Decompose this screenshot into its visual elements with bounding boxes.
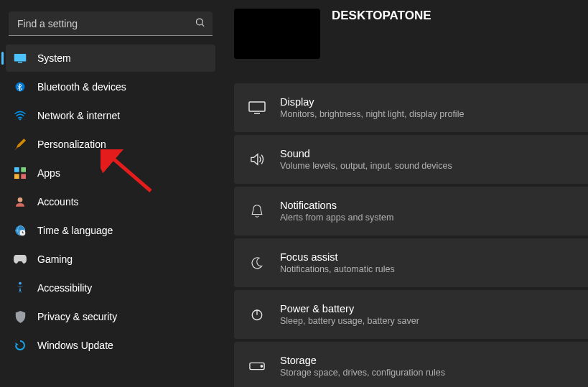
wifi-icon <box>13 108 27 123</box>
bell-icon <box>248 202 266 220</box>
svg-point-5 <box>19 118 21 120</box>
sidebar-item-bluetooth-devices[interactable]: Bluetooth & devices <box>6 73 215 101</box>
svg-rect-3 <box>18 62 22 63</box>
card-title: Storage <box>280 355 445 366</box>
main-content: DESKTOPATONE Display Monitors, brightnes… <box>221 0 588 387</box>
card-power-battery[interactable]: Power & battery Sleep, battery usage, ba… <box>234 290 588 339</box>
card-display[interactable]: Display Monitors, brightness, night ligh… <box>234 83 588 132</box>
card-title: Display <box>280 96 464 108</box>
svg-point-10 <box>18 197 23 202</box>
sidebar-item-gaming[interactable]: Gaming <box>6 246 215 273</box>
card-title: Focus assist <box>280 251 395 263</box>
sidebar-item-label: Apps <box>37 167 60 179</box>
sound-icon <box>248 151 266 168</box>
update-icon <box>13 338 27 353</box>
card-subtitle: Notifications, automatic rules <box>280 264 395 274</box>
power-icon <box>248 306 266 323</box>
sidebar-item-apps[interactable]: Apps <box>6 159 215 187</box>
person-icon <box>13 195 27 209</box>
apps-icon <box>13 166 27 180</box>
card-subtitle: Monitors, brightness, night light, displ… <box>280 109 464 119</box>
card-sound[interactable]: Sound Volume levels, output, input, soun… <box>234 135 588 184</box>
sidebar-item-label: Network & internet <box>37 110 120 121</box>
pc-name: DESKTOPATONE <box>332 9 431 23</box>
sidebar-item-label: Windows Update <box>37 340 113 351</box>
paintbrush-icon <box>13 137 27 151</box>
sidebar-nav: System Bluetooth & devices Network & int… <box>6 45 215 359</box>
sidebar-item-time-language[interactable]: Time & language <box>6 217 215 244</box>
search-input[interactable] <box>9 11 213 36</box>
pc-thumbnail <box>234 9 320 59</box>
sidebar-item-windows-update[interactable]: Windows Update <box>6 332 215 359</box>
header: DESKTOPATONE <box>234 9 588 63</box>
moon-icon <box>248 254 266 271</box>
card-notifications[interactable]: Notifications Alerts from apps and syste… <box>234 187 588 236</box>
globe-clock-icon <box>13 223 27 238</box>
svg-rect-2 <box>14 54 27 62</box>
bluetooth-icon <box>13 80 27 94</box>
sidebar-item-label: System <box>37 52 71 64</box>
svg-point-19 <box>261 365 262 367</box>
svg-point-13 <box>19 282 22 285</box>
storage-icon <box>248 358 266 375</box>
sidebar-item-label: Gaming <box>37 253 73 265</box>
card-title: Notifications <box>280 200 393 211</box>
accessibility-icon <box>13 281 27 295</box>
settings-cards: Display Monitors, brightness, night ligh… <box>234 83 588 387</box>
svg-rect-6 <box>14 167 19 172</box>
system-icon <box>13 51 27 65</box>
search-field-container <box>9 11 213 36</box>
gamepad-icon <box>13 252 27 266</box>
sidebar-item-network-internet[interactable]: Network & internet <box>6 102 215 129</box>
card-subtitle: Storage space, drives, configuration rul… <box>280 368 445 378</box>
svg-rect-9 <box>21 174 26 179</box>
shield-icon <box>13 309 27 324</box>
sidebar-item-privacy-security[interactable]: Privacy & security <box>6 303 215 330</box>
card-title: Power & battery <box>280 303 419 314</box>
card-focus-assist[interactable]: Focus assist Notifications, automatic ru… <box>234 238 588 287</box>
sidebar-item-label: Bluetooth & devices <box>37 81 126 93</box>
sidebar-item-accessibility[interactable]: Accessibility <box>6 274 215 302</box>
svg-rect-8 <box>14 174 19 179</box>
sidebar-item-label: Personalization <box>37 139 106 150</box>
svg-rect-7 <box>21 167 26 172</box>
card-subtitle: Sleep, battery usage, battery saver <box>280 316 419 326</box>
sidebar-item-label: Time & language <box>37 225 113 236</box>
card-title: Sound <box>280 148 452 159</box>
sidebar: System Bluetooth & devices Network & int… <box>0 0 221 387</box>
sidebar-item-personalization[interactable]: Personalization <box>6 131 215 158</box>
card-subtitle: Alerts from apps and system <box>280 213 393 223</box>
sidebar-item-label: Accessibility <box>37 282 92 294</box>
card-subtitle: Volume levels, output, input, sound devi… <box>280 161 452 171</box>
sidebar-item-system[interactable]: System <box>6 45 215 72</box>
display-icon <box>248 99 266 116</box>
svg-rect-14 <box>249 102 265 111</box>
sidebar-item-label: Accounts <box>37 196 79 208</box>
card-storage[interactable]: Storage Storage space, drives, configura… <box>234 342 588 387</box>
sidebar-item-label: Privacy & security <box>37 311 117 322</box>
sidebar-item-accounts[interactable]: Accounts <box>6 188 215 215</box>
